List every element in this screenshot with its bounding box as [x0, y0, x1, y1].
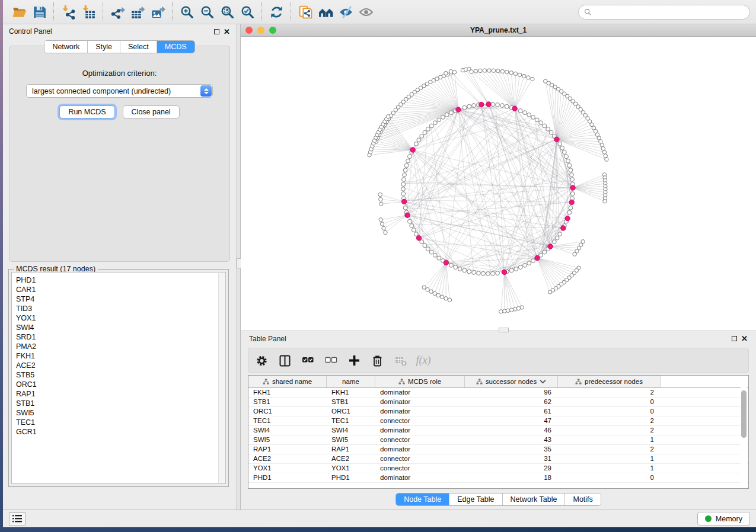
- search-box[interactable]: [578, 5, 750, 20]
- mcds-hub-node[interactable]: [410, 148, 415, 152]
- network-node[interactable]: [407, 155, 412, 159]
- network-node[interactable]: [420, 134, 424, 138]
- network-node[interactable]: [605, 158, 608, 161]
- network-node[interactable]: [433, 291, 436, 295]
- gear-button[interactable]: [254, 353, 269, 367]
- network-node[interactable]: [518, 108, 522, 113]
- mcds-hub-node[interactable]: [548, 244, 553, 249]
- table-row[interactable]: FKH1FKH1dominator962: [248, 388, 748, 398]
- network-node[interactable]: [496, 271, 500, 275]
- mcds-result-item[interactable]: SWI4: [16, 323, 225, 332]
- mcds-result-item[interactable]: RAP1: [16, 389, 225, 399]
- network-node[interactable]: [509, 308, 513, 312]
- network-node[interactable]: [499, 310, 503, 313]
- network-node[interactable]: [452, 70, 456, 74]
- network-node[interactable]: [479, 69, 482, 72]
- network-node[interactable]: [505, 104, 509, 108]
- network-node[interactable]: [462, 105, 467, 110]
- import-network-button[interactable]: [58, 3, 78, 21]
- network-node[interactable]: [569, 168, 573, 172]
- add-column-button[interactable]: [347, 353, 361, 367]
- mcds-hub-node[interactable]: [535, 255, 540, 260]
- network-node[interactable]: [558, 232, 562, 236]
- network-node[interactable]: [539, 121, 543, 125]
- table-row[interactable]: TEC1TEC1connector472: [248, 416, 748, 426]
- mcds-hub-node[interactable]: [444, 260, 448, 265]
- tab-select[interactable]: Select: [120, 41, 157, 53]
- network-node[interactable]: [509, 268, 513, 273]
- column-header-shared-name[interactable]: shared name: [248, 376, 327, 387]
- close-panel-button[interactable]: Close panel: [123, 105, 180, 118]
- network-node[interactable]: [462, 268, 467, 273]
- network-node[interactable]: [523, 111, 527, 115]
- network-node[interactable]: [527, 76, 530, 79]
- network-node[interactable]: [531, 116, 535, 120]
- network-node[interactable]: [522, 74, 526, 78]
- network-node[interactable]: [531, 259, 535, 263]
- network-node[interactable]: [601, 147, 605, 150]
- close-table-panel-icon[interactable]: ✕: [741, 336, 748, 341]
- delete-column-button[interactable]: [370, 353, 384, 367]
- network-node[interactable]: [436, 293, 440, 297]
- network-node[interactable]: [487, 69, 491, 72]
- network-node[interactable]: [380, 222, 384, 226]
- network-node[interactable]: [444, 71, 448, 75]
- mcds-result-item[interactable]: SRD1: [16, 332, 225, 342]
- column-header-MCDS-role[interactable]: MCDS role: [375, 376, 465, 387]
- mcds-result-item[interactable]: PMA2: [16, 342, 225, 351]
- network-node[interactable]: [566, 159, 570, 163]
- network-node[interactable]: [474, 69, 477, 73]
- mcds-result-item[interactable]: TEC1: [16, 418, 225, 427]
- table-row[interactable]: SWI4SWI4dominator462: [248, 426, 748, 435]
- network-node[interactable]: [444, 297, 448, 300]
- mcds-result-item[interactable]: STB5: [16, 370, 225, 380]
- network-node[interactable]: [503, 309, 506, 313]
- zoom-selected-button[interactable]: [237, 3, 257, 21]
- mcds-result-item[interactable]: FKH1: [16, 351, 225, 361]
- refresh-button[interactable]: [266, 3, 286, 21]
- network-node[interactable]: [449, 69, 452, 73]
- network-node[interactable]: [491, 271, 495, 275]
- mcds-hub-node[interactable]: [401, 199, 406, 204]
- network-node[interactable]: [406, 159, 410, 163]
- network-node[interactable]: [414, 232, 419, 236]
- network-node[interactable]: [481, 271, 486, 275]
- mcds-result-item[interactable]: PHD1: [16, 275, 225, 285]
- mcds-result-item[interactable]: YOX1: [16, 313, 225, 323]
- zoom-out-button[interactable]: [197, 3, 217, 21]
- network-node[interactable]: [492, 69, 495, 72]
- network-node[interactable]: [548, 290, 551, 294]
- table-row[interactable]: ORC1ORC1dominator610: [248, 407, 748, 416]
- show-all-button[interactable]: [356, 3, 376, 21]
- network-node[interactable]: [407, 219, 412, 223]
- network-node[interactable]: [404, 164, 409, 168]
- table-row[interactable]: RAP1RAP1dominator352: [248, 445, 748, 454]
- network-node[interactable]: [600, 143, 604, 147]
- zoom-fit-button[interactable]: [217, 3, 237, 21]
- network-node[interactable]: [552, 240, 556, 244]
- network-node[interactable]: [379, 202, 383, 206]
- table-row[interactable]: SWI5SWI5connector431: [248, 435, 748, 445]
- network-node[interactable]: [387, 115, 390, 118]
- network-node[interactable]: [433, 253, 437, 257]
- network-node[interactable]: [412, 228, 416, 232]
- table-scrollbar[interactable]: [741, 376, 747, 488]
- table-scrollbar-thumb[interactable]: [741, 390, 747, 438]
- network-node[interactable]: [454, 265, 458, 270]
- network-node[interactable]: [527, 113, 531, 117]
- mcds-hub-node[interactable]: [570, 185, 575, 190]
- network-node[interactable]: [445, 113, 449, 117]
- network-node[interactable]: [382, 226, 385, 230]
- tab-network-table[interactable]: Network Table: [503, 493, 566, 505]
- select-all-checks-button[interactable]: [301, 353, 315, 367]
- network-node[interactable]: [518, 265, 522, 270]
- network-node[interactable]: [505, 70, 509, 73]
- network-node[interactable]: [423, 243, 427, 248]
- network-node[interactable]: [437, 256, 441, 260]
- network-node[interactable]: [423, 130, 427, 134]
- network-node[interactable]: [558, 142, 562, 146]
- network-node[interactable]: [570, 178, 575, 182]
- float-table-panel-icon[interactable]: [732, 336, 737, 341]
- mcds-result-item[interactable]: ACE2: [16, 361, 225, 370]
- mcds-hub-node[interactable]: [565, 216, 570, 220]
